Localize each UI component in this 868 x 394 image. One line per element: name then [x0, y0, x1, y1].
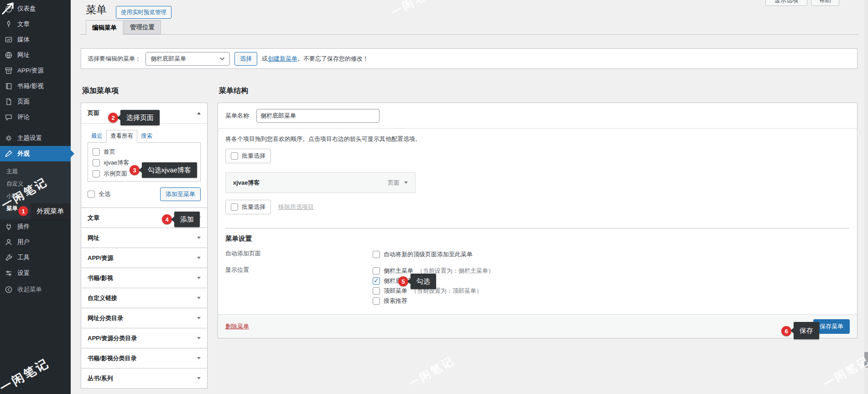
add-items-accordion: 页面 最近 查看所有 搜索 首页 xjvae博客 示例页面	[81, 103, 208, 389]
select-menu-button[interactable]: 选择	[234, 52, 257, 66]
select-all-row: 全选 添加至菜单	[88, 187, 201, 201]
live-preview-label: 使用实时预览管理	[121, 9, 166, 16]
step-badge-4: 4	[162, 214, 172, 224]
help-button[interactable]: 帮助	[811, 0, 839, 6]
select-all-checkbox[interactable]	[88, 191, 95, 198]
location-search-recommend-checkbox[interactable]	[373, 297, 380, 305]
sidebar-item-label: 网址	[17, 51, 30, 59]
tab-edit-menus[interactable]: 编辑菜单	[86, 20, 123, 35]
menu-select-dropdown[interactable]: 侧栏底部菜单	[146, 52, 230, 66]
step-badge-2: 2	[108, 113, 118, 123]
chevron-down-icon	[197, 297, 201, 299]
step-tooltip-6: 保存	[794, 322, 819, 339]
comment-icon	[4, 113, 13, 122]
sidebar-item-label: 设置	[17, 269, 30, 277]
accordion-section-label: APP/资源	[88, 254, 113, 262]
accordion-section-custom-links[interactable]: 自定义链接	[81, 288, 207, 308]
auto-add-row: 自动添加页面 自动将新的顶级页面添加至此菜单	[225, 249, 850, 259]
delete-menu-link[interactable]: 删除菜单	[225, 322, 249, 331]
sidebar-item-plugins[interactable]: 插件	[0, 219, 71, 234]
sidebar-item-media[interactable]: 媒体	[0, 32, 71, 47]
menu-name-row: 菜单名称	[218, 103, 857, 129]
bulk-select-toggle[interactable]: 批量选择	[225, 200, 271, 214]
accordion-section-link-categories[interactable]: 网址分类目录	[81, 308, 207, 328]
chevron-down-icon	[197, 377, 201, 379]
step-badge-5: 5	[398, 276, 408, 286]
scrollbar-thumb[interactable]	[864, 352, 868, 368]
location-label: 侧栏主菜单	[384, 267, 413, 275]
auto-add-option-label: 自动将新的顶级页面添加至此菜单	[384, 250, 473, 259]
sidebar-item-appearance[interactable]: 外观	[0, 146, 71, 161]
chevron-down-icon[interactable]	[404, 181, 408, 184]
chevron-down-icon	[197, 337, 201, 339]
page-title: 菜单	[86, 3, 107, 17]
page-xjvae-blog-checkbox[interactable]	[93, 159, 100, 166]
bulk-select-checkbox[interactable]	[231, 203, 238, 211]
sidebar-item-settings[interactable]: 设置	[0, 265, 71, 281]
menu-item-xjvae-blog[interactable]: xjvae博客 页面	[225, 172, 416, 193]
sidebar-item-books-movies[interactable]: 书籍/影视	[0, 78, 71, 94]
location-label: 顶部菜单	[384, 287, 407, 295]
remove-selected-link[interactable]: 移除所选项目	[278, 203, 314, 211]
tab-label: 管理位置	[130, 23, 155, 31]
sidebar-item-pages[interactable]: 页面	[0, 94, 71, 109]
page-home-checkbox[interactable]	[93, 148, 100, 156]
bulk-select-checkbox[interactable]	[231, 152, 238, 160]
active-menu-arrow	[71, 150, 74, 157]
tab-manage-locations[interactable]: 管理位置	[124, 20, 161, 34]
tab-bar-divider	[80, 34, 859, 35]
location-top-menu-checkbox[interactable]	[373, 287, 380, 295]
brush-icon	[4, 149, 13, 158]
accordion-section-label: 网址	[88, 234, 99, 242]
submenu-item-customize[interactable]: 自定义	[0, 178, 71, 190]
location-label: 搜索推荐	[384, 297, 407, 305]
select-all-label: 全选	[99, 190, 110, 198]
sidebar-item-app-resources[interactable]: APP/资源	[0, 63, 71, 78]
collapse-menu-button[interactable]: 收起菜单	[0, 282, 71, 297]
sidebar-item-label: 媒体	[17, 36, 30, 44]
watermark-top: 一闲笔记	[389, 0, 440, 20]
screen-options-button[interactable]: 显示选项	[765, 0, 807, 6]
chevron-down-icon	[197, 357, 201, 359]
bulk-select-label: 批量选择	[242, 203, 265, 211]
sidebar-item-posts[interactable]: 文章	[0, 16, 71, 32]
sidebar-item-theme-settings[interactable]: 主题设置	[0, 130, 71, 146]
sidebar-item-tools[interactable]: 工具	[0, 250, 71, 265]
page-sample-checkbox[interactable]	[93, 170, 100, 177]
bulk-select-toggle[interactable]: 批量选择	[225, 149, 271, 163]
sidebar-item-users[interactable]: 用户	[0, 234, 71, 250]
auto-add-checkbox[interactable]	[373, 251, 380, 258]
submenu-item-themes[interactable]: 主题	[0, 166, 71, 178]
create-new-menu-link[interactable]: 创建新菜单	[268, 55, 297, 62]
drag-instruction-text: 将各个项目拖到您喜欢的顺序。点击项目右边的箭头可显示其他配置选项。	[225, 135, 850, 143]
location-sidebar-bottom-checkbox[interactable]	[373, 277, 380, 285]
chevron-down-icon	[219, 57, 225, 61]
tab-search[interactable]: 搜索	[137, 130, 156, 142]
sidebar-item-label: 插件	[17, 223, 30, 231]
page-icon	[4, 97, 13, 106]
archive-icon	[4, 66, 13, 75]
chevron-down-icon	[197, 257, 201, 259]
accordion-section-series[interactable]: 丛书/系列	[81, 368, 207, 388]
add-to-menu-button[interactable]: 添加至菜单	[160, 187, 201, 201]
accordion-section-links[interactable]: 网址	[81, 228, 207, 248]
accordion-section-app-categories[interactable]: APP/资源分类目录	[81, 328, 207, 348]
submenu-item-widgets[interactable]: 小工具	[0, 190, 71, 202]
sidebar-item-comments[interactable]: 评论	[0, 109, 71, 125]
menu-settings-heading: 菜单设置	[225, 234, 850, 243]
location-sidebar-main-checkbox[interactable]	[373, 267, 380, 275]
sidebar-item-label: 书籍/影视	[17, 82, 44, 90]
accordion-section-books-movies[interactable]: 书籍/影视	[81, 268, 207, 288]
accordion-section-app-resources[interactable]: APP/资源	[81, 248, 207, 268]
save-reminder-text: 。不要忘了保存您的修改！	[297, 55, 369, 62]
step-tooltip-1: 外观菜单	[31, 203, 70, 219]
tab-most-recent[interactable]: 最近	[88, 130, 106, 142]
menu-name-input[interactable]	[256, 109, 379, 123]
accordion-section-label: 页面	[88, 109, 99, 117]
live-preview-button[interactable]: 使用实时预览管理	[116, 6, 172, 19]
page-label: xjvae博客	[104, 159, 129, 167]
accordion-section-book-categories[interactable]: 书籍/影视分类目录	[81, 348, 207, 368]
sidebar-item-links[interactable]: 网址	[0, 47, 71, 63]
wrench-icon	[4, 253, 13, 262]
tab-view-all[interactable]: 查看所有	[106, 130, 137, 143]
